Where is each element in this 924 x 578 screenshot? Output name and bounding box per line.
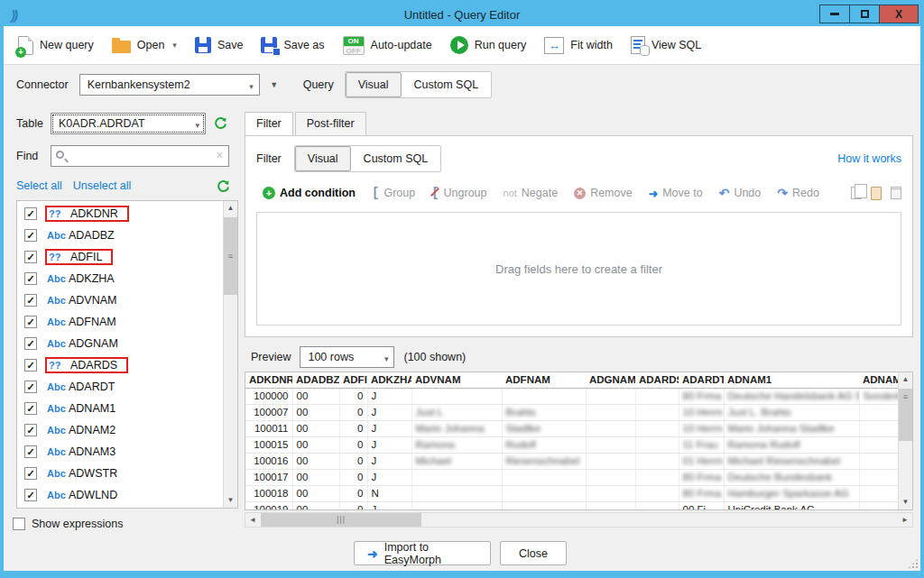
- table-row[interactable]: 100000000J80 FrmaDeutsche Handelsbank AG…: [245, 388, 904, 404]
- scroll-up-icon[interactable]: ▲: [224, 201, 237, 216]
- field-checkbox[interactable]: ✓: [24, 337, 37, 350]
- auto-update-toggle[interactable]: ON OFF Auto-update: [336, 31, 443, 60]
- field-row[interactable]: ✓AbcADGNAM: [17, 333, 222, 354]
- column-header[interactable]: ADARDT: [679, 372, 724, 388]
- field-checkbox[interactable]: ✓: [24, 489, 37, 501]
- field-checkbox[interactable]: ✓: [24, 381, 37, 393]
- field-row[interactable]: ✓AbcADNAM2: [17, 419, 222, 441]
- paste-icon[interactable]: [871, 187, 882, 200]
- field-checkbox[interactable]: ✓: [24, 294, 37, 307]
- table-row[interactable]: 100011000JMario JohannaStadtke10 HerrnMa…: [245, 420, 904, 436]
- table-horizontal-scrollbar[interactable]: ◄ ||| ►: [245, 512, 913, 528]
- field-checkbox[interactable]: ✓: [24, 207, 37, 220]
- field-checkbox[interactable]: ✓: [24, 316, 37, 328]
- field-row[interactable]: ✓AbcADFNAM: [17, 311, 222, 333]
- how-it-works-link[interactable]: How it works: [837, 152, 901, 165]
- redo-button[interactable]: ↷ Redo: [771, 183, 826, 203]
- field-row[interactable]: ✓??ADWPLZ: [17, 506, 222, 509]
- table-row[interactable]: 100007000JJust LBrahts10 HerrnJust L. Br…: [245, 404, 904, 420]
- maximize-button[interactable]: [849, 5, 880, 23]
- remove-button[interactable]: ✕ Remove: [568, 184, 639, 202]
- refresh-fields-icon[interactable]: [216, 179, 231, 195]
- tab-post-filter[interactable]: Post-filter: [295, 112, 366, 135]
- minimize-button[interactable]: [819, 5, 850, 23]
- column-header[interactable]: ADADBZ: [292, 372, 339, 388]
- fit-width-button[interactable]: ↔ Fit width: [537, 32, 624, 60]
- field-checkbox[interactable]: ✓: [24, 251, 37, 263]
- move-to-button[interactable]: ➜ Move to: [642, 184, 709, 203]
- close-dialog-button[interactable]: Close: [500, 541, 567, 565]
- query-visual-button[interactable]: Visual: [346, 72, 402, 97]
- field-list-scrollbar[interactable]: ▲ ≡ ▼: [223, 201, 237, 508]
- save-as-button[interactable]: Save as: [254, 32, 335, 59]
- scroll-left-icon[interactable]: ◄: [245, 513, 260, 527]
- negate-button[interactable]: not Negate: [497, 184, 565, 202]
- undo-button[interactable]: ↶ Undo: [713, 183, 768, 203]
- find-input[interactable]: ✕: [51, 145, 229, 167]
- field-row[interactable]: ✓AbcADNAM1: [17, 398, 222, 419]
- scroll-thumb[interactable]: |||: [261, 513, 421, 527]
- field-row[interactable]: ✓??ADARDS: [17, 354, 222, 376]
- column-header[interactable]: ADKZHA: [367, 372, 411, 388]
- save-button[interactable]: Save: [188, 32, 254, 59]
- ungroup-button[interactable]: [ Ungroup: [425, 183, 493, 203]
- unselect-all-link[interactable]: Unselect all: [73, 179, 132, 192]
- show-expressions-option[interactable]: Show expressions: [13, 518, 123, 530]
- preview-rows-select[interactable]: 100 rows ▾: [300, 346, 394, 368]
- column-header[interactable]: ADNAM1: [724, 372, 859, 388]
- field-row[interactable]: ✓AbcADADBZ: [17, 225, 222, 246]
- table-select[interactable]: K0ADR.ADRDAT ▾: [51, 113, 206, 134]
- column-header[interactable]: ADKDNR: [245, 372, 292, 388]
- group-button[interactable]: [ Group: [365, 183, 421, 203]
- new-query-button[interactable]: + New query: [11, 31, 105, 60]
- import-to-easymorph-button[interactable]: ➜ Import to EasyMorph: [354, 541, 491, 565]
- refresh-table-icon[interactable]: [213, 116, 228, 132]
- field-checkbox[interactable]: ✓: [24, 424, 37, 436]
- column-header[interactable]: ADGNAM: [586, 372, 635, 388]
- field-row[interactable]: ✓AbcADNAM3: [17, 441, 222, 463]
- table-row[interactable]: 100016000JMichaelRiesenschnabel01 Herrn …: [245, 453, 904, 469]
- column-header[interactable]: ADVNAM: [411, 372, 502, 388]
- field-checkbox[interactable]: ✓: [24, 402, 37, 415]
- field-row[interactable]: ✓AbcADKZHA: [17, 268, 222, 289]
- field-row[interactable]: ✓??ADKDNR: [17, 203, 222, 225]
- connector-select[interactable]: Kernbankensystem2 ▾: [79, 74, 260, 96]
- trash-icon[interactable]: [891, 187, 901, 199]
- column-header[interactable]: ADARDS: [635, 372, 679, 388]
- table-row[interactable]: 100017000J80 FrmaDeutsche Bundesbank: [245, 469, 904, 485]
- add-condition-button[interactable]: + Add condition: [256, 184, 362, 202]
- field-row[interactable]: ✓AbcADWLND: [17, 484, 222, 506]
- field-checkbox[interactable]: ✓: [24, 359, 37, 372]
- table-row[interactable]: 100015000JRamonaRudolf11 FrauRamona Rudo…: [245, 436, 904, 453]
- table-row[interactable]: 100018000N80 FrmaHamburger Sparkasse AG: [245, 485, 904, 501]
- scroll-up-icon[interactable]: ▲: [899, 372, 912, 387]
- filter-custom-sql-button[interactable]: Custom SQL: [351, 146, 441, 171]
- scroll-right-icon[interactable]: ►: [898, 513, 912, 527]
- field-checkbox[interactable]: ✓: [24, 467, 37, 480]
- table-row[interactable]: 100019000J00 FiUniCredit Bank AG: [245, 501, 904, 510]
- connector-menu-button[interactable]: ▼: [263, 74, 285, 96]
- query-custom-sql-button[interactable]: Custom SQL: [402, 72, 492, 97]
- view-sql-button[interactable]: View SQL: [624, 31, 712, 60]
- field-row[interactable]: ✓AbcADARDT: [17, 376, 222, 398]
- column-header[interactable]: ADFIL: [339, 372, 367, 388]
- field-checkbox[interactable]: ✓: [24, 445, 37, 458]
- tab-filter[interactable]: Filter: [245, 112, 293, 135]
- field-row[interactable]: ✓??ADFIL: [17, 246, 222, 268]
- scroll-down-icon[interactable]: ▼: [224, 493, 237, 508]
- show-expressions-checkbox[interactable]: [13, 518, 25, 530]
- open-button[interactable]: Open ▾: [105, 32, 188, 59]
- field-checkbox[interactable]: ✓: [24, 229, 37, 242]
- scroll-down-icon[interactable]: ▼: [899, 495, 912, 509]
- field-row[interactable]: ✓AbcADVNAM: [17, 289, 222, 311]
- column-header[interactable]: ADFNAM: [502, 372, 586, 388]
- field-checkbox[interactable]: ✓: [24, 272, 37, 285]
- filter-visual-button[interactable]: Visual: [295, 146, 351, 171]
- filter-drop-area[interactable]: Drag fields here to create a filter: [256, 212, 901, 326]
- table-vertical-scrollbar[interactable]: ▲ ≡ ▼: [898, 372, 912, 509]
- copy-icon[interactable]: [851, 187, 862, 199]
- select-all-link[interactable]: Select all: [16, 179, 62, 192]
- run-query-button[interactable]: Run query: [443, 31, 538, 60]
- field-row[interactable]: ✓AbcADWSTR: [17, 463, 222, 484]
- clear-search-icon[interactable]: ✕: [216, 150, 224, 161]
